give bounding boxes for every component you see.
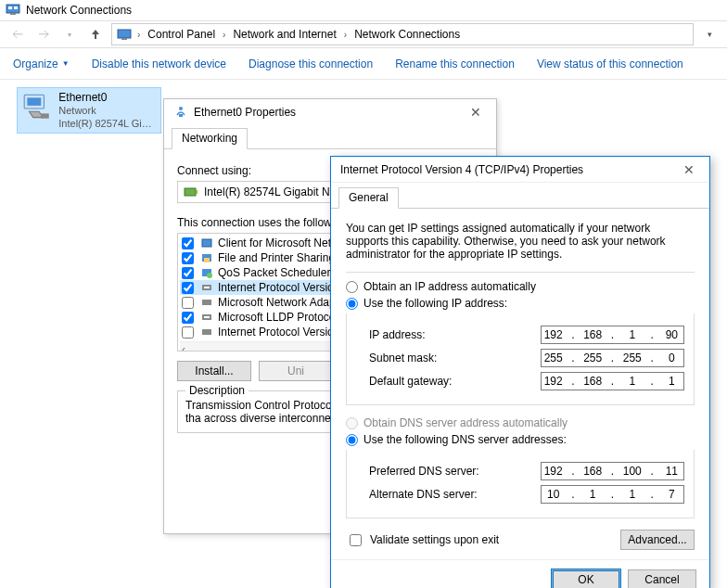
svg-rect-10	[179, 114, 183, 117]
close-button[interactable]: ✕	[465, 105, 487, 120]
back-button[interactable]: 🡠	[7, 24, 28, 45]
chevron-right-icon[interactable]: ›	[341, 30, 350, 40]
default-gateway-input[interactable]: 192.168.1.1	[541, 372, 684, 390]
alternate-dns-input[interactable]: 10.1.1.7	[541, 485, 684, 504]
dns-manual-radio[interactable]: Use the following DNS server addresses:	[346, 433, 695, 446]
svg-point-17	[207, 273, 212, 278]
dns-auto-radio: Obtain DNS server address automatically	[346, 416, 695, 429]
validate-checkbox[interactable]: Validate settings upon exit	[346, 531, 499, 549]
breadcrumb-part[interactable]: Network Connections	[351, 26, 463, 43]
close-button[interactable]: ✕	[678, 162, 700, 177]
protocol-icon	[199, 325, 214, 339]
protocol-label: Internet Protocol Version	[218, 281, 339, 294]
svg-rect-5	[121, 38, 127, 40]
cancel-button[interactable]: Cancel	[628, 569, 696, 588]
svg-rect-22	[204, 316, 210, 318]
protocol-icon	[199, 280, 214, 295]
address-dropdown[interactable]: ▾	[699, 24, 720, 45]
breadcrumb-part[interactable]: Control Panel	[145, 26, 218, 43]
default-gateway-label: Default gateway:	[356, 375, 452, 388]
caret-down-icon: ▼	[62, 59, 70, 68]
preferred-dns-label: Preferred DNS server:	[356, 465, 479, 478]
disable-device-button[interactable]: Disable this network device	[92, 58, 226, 70]
protocol-checkbox[interactable]	[182, 282, 194, 294]
organize-menu[interactable]: Organize▼	[13, 58, 70, 70]
adapter-status: Network	[58, 104, 157, 117]
protocol-checkbox[interactable]	[182, 237, 194, 249]
svg-rect-1	[8, 6, 12, 9]
app-icon	[6, 2, 20, 19]
network-icon	[173, 104, 188, 121]
advanced-button[interactable]: Advanced...	[620, 530, 695, 550]
svg-rect-4	[118, 30, 131, 38]
ip-manual-radio[interactable]: Use the following IP address:	[346, 297, 695, 310]
preferred-dns-input[interactable]: 192.168.100.11	[541, 462, 684, 480]
svg-rect-3	[10, 13, 16, 15]
chevron-right-icon[interactable]: ›	[220, 30, 228, 40]
adapter-device: Intel(R) 82574L Giga...	[58, 117, 157, 130]
breadcrumb-part[interactable]: Network and Internet	[230, 26, 338, 43]
protocol-label: QoS Packet Scheduler	[218, 266, 330, 279]
window-title: Network Connections	[26, 4, 132, 17]
ip-auto-radio[interactable]: Obtain an IP address automatically	[346, 280, 695, 293]
diagnose-button[interactable]: Diagnose this connection	[249, 58, 373, 70]
protocol-icon	[199, 310, 214, 325]
svg-rect-13	[202, 239, 211, 247]
up-button[interactable]	[85, 24, 106, 45]
tab-networking[interactable]: Networking	[172, 128, 248, 149]
ip-address-input[interactable]: 192.168.1.90	[541, 326, 684, 344]
protocol-icon	[199, 250, 214, 265]
ok-button[interactable]: OK	[552, 569, 620, 588]
protocol-label: Microsoft Network Adap	[218, 296, 336, 309]
svg-rect-20	[202, 300, 211, 305]
subnet-mask-input[interactable]: 255.255.255.0	[541, 349, 684, 367]
recent-dropdown[interactable]: ▾	[59, 24, 80, 45]
svg-rect-8	[41, 113, 49, 118]
svg-rect-7	[28, 97, 42, 106]
ethernet-adapter-icon	[21, 91, 53, 124]
svg-rect-23	[202, 329, 211, 335]
protocol-checkbox[interactable]	[182, 297, 194, 309]
adapter-item[interactable]: Ethernet0 Network Intel(R) 82574L Giga..…	[17, 87, 161, 134]
connect-using-value: Intel(R) 82574L Gigabit Ne	[204, 185, 336, 198]
dialog-title: Internet Protocol Version 4 (TCP/IPv4) P…	[340, 163, 583, 176]
address-bar[interactable]: › Control Panel › Network and Internet ›…	[111, 23, 694, 45]
svg-rect-12	[196, 190, 198, 194]
dialog-title: Ethernet0 Properties	[194, 106, 296, 119]
protocol-label: Client for Microsoft Netwo	[218, 236, 345, 249]
protocol-checkbox[interactable]	[182, 312, 194, 324]
protocol-checkbox[interactable]	[182, 267, 194, 279]
chevron-right-icon[interactable]: ›	[134, 30, 143, 40]
adapter-name: Ethernet0	[58, 91, 157, 104]
ipv4-properties-dialog: Internet Protocol Version 4 (TCP/IPv4) P…	[330, 156, 710, 588]
subnet-mask-label: Subnet mask:	[356, 352, 437, 364]
uninstall-button: Uni	[259, 361, 333, 381]
svg-rect-11	[185, 188, 196, 196]
protocol-label: Internet Protocol Version	[218, 326, 339, 339]
protocol-icon	[199, 295, 214, 310]
install-button[interactable]: Install...	[177, 361, 251, 381]
svg-rect-19	[204, 287, 210, 288]
protocol-label: Microsoft LLDP Protoco	[218, 311, 336, 324]
view-status-button[interactable]: View status of this connection	[537, 58, 683, 70]
help-text: You can get IP settings assigned automat…	[346, 222, 695, 261]
protocol-label: File and Printer Sharing fo	[218, 251, 347, 264]
protocol-icon	[199, 236, 214, 250]
svg-rect-2	[14, 6, 18, 9]
nic-icon	[184, 185, 198, 199]
svg-rect-15	[204, 258, 210, 262]
alternate-dns-label: Alternate DNS server:	[356, 488, 478, 501]
protocol-checkbox[interactable]	[182, 252, 194, 264]
location-icon	[116, 26, 133, 43]
forward-button[interactable]: 🡢	[33, 24, 54, 45]
svg-point-9	[179, 107, 183, 110]
ip-address-label: IP address:	[356, 328, 425, 341]
protocol-checkbox[interactable]	[182, 326, 194, 339]
tab-general[interactable]: General	[338, 187, 399, 209]
rename-button[interactable]: Rename this connection	[395, 58, 515, 70]
description-label: Description	[185, 384, 249, 397]
protocol-icon	[199, 265, 214, 280]
